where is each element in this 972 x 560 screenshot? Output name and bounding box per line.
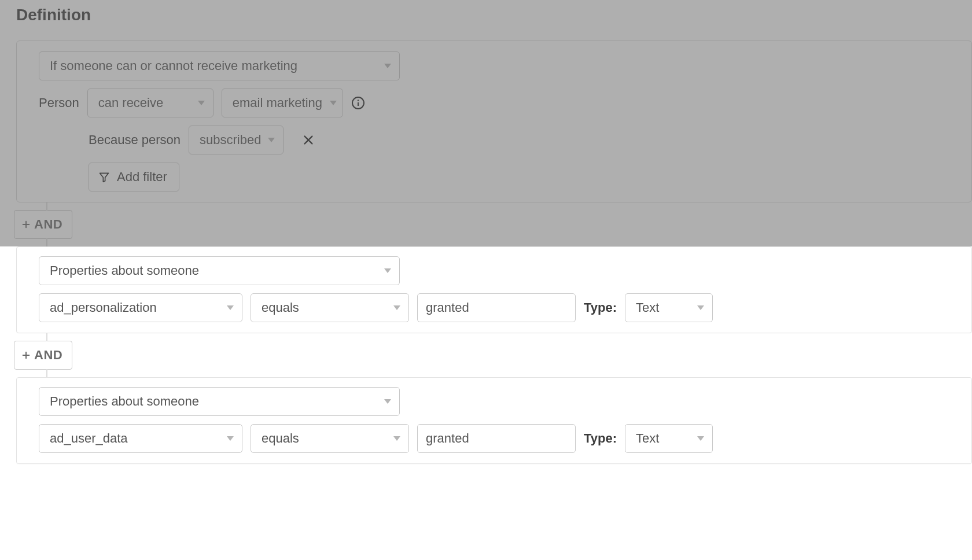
type-label: Type:	[584, 431, 617, 446]
value-input[interactable]	[417, 424, 576, 453]
plus-icon	[21, 220, 31, 229]
property-value: ad_user_data	[50, 431, 221, 446]
operator-select[interactable]: equals	[251, 293, 409, 322]
chevron-down-icon	[384, 64, 391, 68]
info-icon[interactable]	[351, 96, 365, 110]
page-title: Definition	[0, 0, 972, 40]
condition-block-ad-personalization: Properties about someone ad_personalizat…	[16, 246, 972, 333]
chevron-down-icon	[697, 436, 704, 441]
condition-block-marketing: If someone can or cannot receive marketi…	[16, 40, 972, 202]
type-label: Type:	[584, 300, 617, 315]
condition-type-select[interactable]: Properties about someone	[39, 387, 400, 416]
type-value: Text	[636, 300, 691, 315]
filter-icon	[98, 171, 110, 183]
add-filter-label: Add filter	[117, 170, 167, 185]
chevron-down-icon	[268, 138, 275, 142]
chevron-down-icon	[227, 305, 234, 310]
chevron-down-icon	[384, 268, 391, 273]
condition-type-label: Properties about someone	[50, 263, 378, 278]
can-receive-value: can receive	[98, 95, 192, 110]
condition-type-select[interactable]: If someone can or cannot receive marketi…	[39, 51, 400, 80]
condition-type-label: Properties about someone	[50, 394, 378, 409]
reason-value: subscribed	[200, 132, 262, 148]
chevron-down-icon	[384, 399, 391, 404]
operator-value: equals	[262, 431, 388, 446]
operator-select[interactable]: equals	[251, 424, 409, 453]
property-select[interactable]: ad_user_data	[39, 424, 242, 453]
person-label: Person	[39, 95, 79, 110]
chevron-down-icon	[393, 436, 400, 441]
chevron-down-icon	[697, 305, 704, 310]
property-select[interactable]: ad_personalization	[39, 293, 242, 322]
operator-value: equals	[262, 300, 388, 315]
add-filter-button[interactable]: Add filter	[89, 163, 179, 191]
and-connector-button[interactable]: AND	[14, 341, 72, 370]
remove-reason-button[interactable]	[302, 134, 315, 146]
chevron-down-icon	[393, 305, 400, 310]
value-input[interactable]	[417, 293, 576, 322]
channel-value: email marketing	[233, 95, 324, 110]
chevron-down-icon	[227, 436, 234, 441]
and-connector-button[interactable]: AND	[14, 210, 72, 239]
type-select[interactable]: Text	[625, 424, 713, 453]
type-select[interactable]: Text	[625, 293, 713, 322]
property-value: ad_personalization	[50, 300, 221, 315]
condition-type-label: If someone can or cannot receive marketi…	[50, 58, 378, 73]
type-value: Text	[636, 431, 691, 446]
reason-select[interactable]: subscribed	[189, 126, 284, 154]
chevron-down-icon	[198, 101, 205, 105]
chevron-down-icon	[330, 101, 337, 105]
condition-block-ad-user-data: Properties about someone ad_user_data eq…	[16, 377, 972, 464]
plus-icon	[21, 351, 31, 360]
channel-select[interactable]: email marketing	[222, 89, 343, 117]
svg-marker-5	[100, 173, 109, 182]
condition-type-select[interactable]: Properties about someone	[39, 256, 400, 285]
and-label: AND	[34, 217, 62, 232]
can-receive-select[interactable]: can receive	[87, 89, 213, 117]
because-person-label: Because person	[89, 132, 181, 148]
svg-point-2	[358, 100, 359, 101]
and-label: AND	[34, 348, 62, 363]
